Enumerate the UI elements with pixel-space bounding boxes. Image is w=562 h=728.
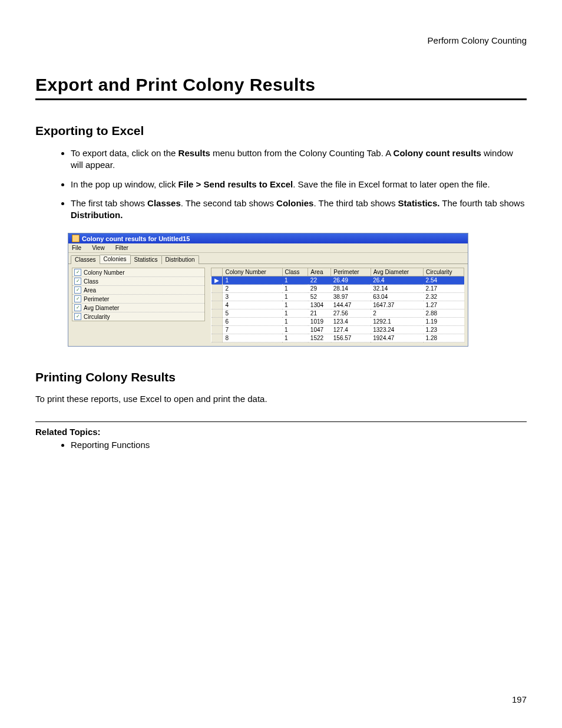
- text-bold: Colonies: [276, 198, 313, 208]
- checkbox-icon[interactable]: ✓: [74, 286, 81, 294]
- row-marker: [211, 301, 223, 309]
- results-table: Colony NumberClassAreaPerimeterAvg Diame…: [211, 268, 464, 342]
- table-cell: 1: [282, 293, 308, 301]
- page-title: Export and Print Colony Results: [35, 75, 527, 100]
- table-cell: 127.4: [331, 326, 371, 334]
- menu-filter[interactable]: Filter: [115, 245, 128, 251]
- row-marker: [211, 309, 223, 318]
- column-checklist: ✓Colony Number✓Class✓Area✓Perimeter✓Avg …: [72, 268, 205, 321]
- table-cell: 1304: [308, 301, 331, 309]
- tab-distribution[interactable]: Distribution: [161, 255, 199, 264]
- table-cell: 1: [282, 276, 308, 285]
- tab-statistics[interactable]: Statistics: [130, 255, 162, 264]
- table-cell: 21: [308, 309, 331, 318]
- table-cell: 5: [223, 309, 282, 318]
- table-cell: 1019: [308, 318, 331, 326]
- table-cell: 26.4: [371, 276, 423, 285]
- column-header[interactable]: Class: [282, 268, 308, 276]
- column-header[interactable]: Circularity: [424, 268, 464, 276]
- row-marker: [211, 334, 223, 342]
- menu-view[interactable]: View: [92, 245, 105, 251]
- section-printing-heading: Printing Colony Results: [35, 370, 527, 384]
- table-cell: 1: [282, 326, 308, 334]
- related-heading: Related Topics:: [35, 427, 527, 437]
- table-cell: 32.14: [371, 285, 423, 293]
- table-row[interactable]: 315238.9763.042.32: [211, 293, 464, 301]
- table-cell: 2: [371, 309, 423, 318]
- table-cell: 7: [223, 326, 282, 334]
- table-cell: 4: [223, 301, 282, 309]
- table-cell: 38.97: [331, 293, 371, 301]
- text-bold: Classes: [147, 198, 181, 208]
- table-cell: 28.14: [331, 285, 371, 293]
- list-item: In the pop up window, click File > Send …: [71, 179, 527, 190]
- table-row[interactable]: 212928.1432.142.17: [211, 285, 464, 293]
- text-fragment: To export data, click on the: [71, 148, 178, 158]
- table-cell: 1.27: [424, 301, 464, 309]
- tab-colonies[interactable]: Colonies: [100, 255, 131, 263]
- table-cell: 156.57: [331, 334, 371, 342]
- table-cell: 1.28: [424, 334, 464, 342]
- checklist-row[interactable]: ✓Avg Diameter: [72, 304, 204, 312]
- table-cell: 2.17: [424, 285, 464, 293]
- running-head: Perform Colony Counting: [35, 35, 527, 45]
- printing-body-text: To print these reports, use Excel to ope…: [35, 394, 527, 404]
- column-header[interactable]: Area: [308, 268, 331, 276]
- checklist-label: Colony Number: [84, 269, 124, 276]
- exporting-bullet-list: To export data, click on the Results men…: [35, 147, 527, 221]
- text-fragment: menu button from the Colony Counting Tab…: [210, 148, 394, 158]
- table-cell: 26.49: [331, 276, 371, 285]
- row-marker: [211, 285, 223, 293]
- tab-classes[interactable]: Classes: [71, 255, 100, 264]
- table-row[interactable]: 711047127.41323.241.23: [211, 326, 464, 334]
- table-cell: 1: [282, 309, 308, 318]
- checkbox-icon[interactable]: ✓: [74, 304, 81, 311]
- checkbox-icon[interactable]: ✓: [74, 278, 81, 285]
- window-titlebar: Colony count results for Untitled15: [68, 233, 468, 243]
- checkbox-icon[interactable]: ✓: [74, 269, 81, 276]
- table-cell: 22: [308, 276, 331, 285]
- column-header[interactable]: Perimeter: [331, 268, 371, 276]
- checkbox-icon[interactable]: ✓: [74, 313, 81, 320]
- checklist-row[interactable]: ✓Area: [72, 286, 204, 295]
- table-cell: 27.56: [331, 309, 371, 318]
- table-cell: 2.32: [424, 293, 464, 301]
- checklist-label: Circularity: [84, 314, 110, 320]
- checklist-row[interactable]: ✓Colony Number: [72, 268, 204, 277]
- column-header[interactable]: Avg Diameter: [371, 268, 423, 276]
- table-row[interactable]: ▶112226.4926.42.54: [211, 276, 464, 285]
- text-fragment: . The third tab shows: [313, 198, 398, 208]
- menu-file[interactable]: File: [72, 245, 81, 251]
- column-header[interactable]: Colony Number: [223, 268, 282, 276]
- page-number: 197: [512, 694, 527, 704]
- checklist-label: Class: [84, 278, 98, 285]
- table-cell: 3: [223, 293, 282, 301]
- checklist-label: Area: [84, 287, 96, 294]
- text-fragment: The fourth tab shows: [439, 198, 524, 208]
- table-row[interactable]: 512127.5622.88: [211, 309, 464, 318]
- text-fragment: . The second tab shows: [181, 198, 276, 208]
- table-cell: 1647.37: [371, 301, 423, 309]
- text-bold: Statistics.: [398, 198, 440, 208]
- related-item: Reporting Functions: [71, 439, 527, 451]
- table-cell: 8: [223, 334, 282, 342]
- row-marker: [211, 293, 223, 301]
- text-fragment: In the pop up window, click: [71, 179, 178, 189]
- checkbox-icon[interactable]: ✓: [74, 295, 81, 302]
- table-cell: 1924.47: [371, 334, 423, 342]
- checklist-row[interactable]: ✓Class: [72, 277, 204, 286]
- table-cell: 1.23: [424, 326, 464, 334]
- table-cell: 29: [308, 285, 331, 293]
- row-marker: [211, 318, 223, 326]
- checklist-row[interactable]: ✓Perimeter: [72, 295, 204, 304]
- table-row[interactable]: 411304144.471647.371.27: [211, 301, 464, 309]
- table-cell: 123.4: [331, 318, 371, 326]
- checklist-label: Avg Diameter: [84, 305, 119, 311]
- table-cell: 6: [223, 318, 282, 326]
- row-marker: ▶: [211, 276, 223, 285]
- checklist-row[interactable]: ✓Circularity: [72, 312, 204, 321]
- table-row[interactable]: 611019123.41292.11.19: [211, 318, 464, 326]
- table-row[interactable]: 811522156.571924.471.28: [211, 334, 464, 342]
- checklist-label: Perimeter: [84, 296, 109, 302]
- table-cell: 63.04: [371, 293, 423, 301]
